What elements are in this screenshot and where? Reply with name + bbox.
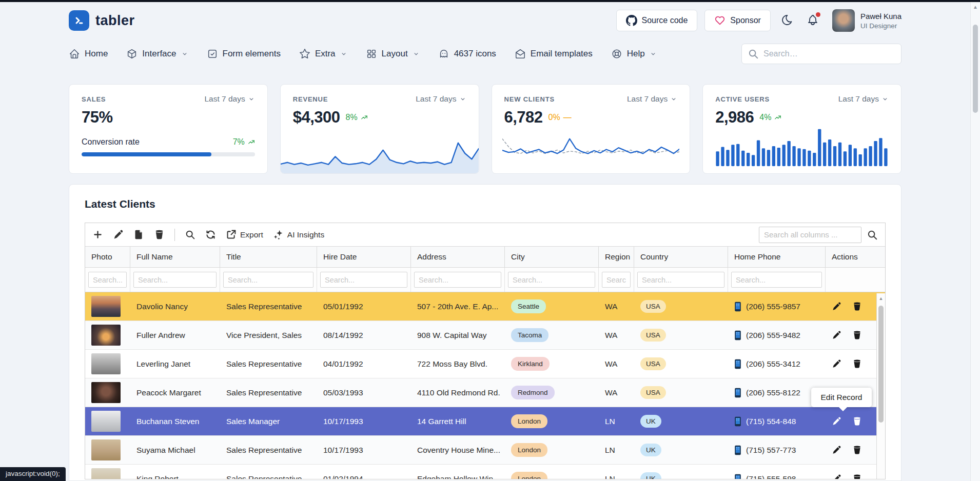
range-selector[interactable]: Last 7 days: [838, 94, 889, 104]
table-row-selected[interactable]: Buchanan Steven Sales Manager 10/17/1993…: [85, 407, 885, 436]
grid-filter-row: [85, 268, 885, 292]
client-photo: [91, 411, 121, 432]
col-header-region[interactable]: Region: [599, 247, 634, 267]
filter-full-name-input[interactable]: [133, 272, 217, 288]
country-badge: USA: [640, 300, 666, 313]
add-record-button[interactable]: [92, 229, 103, 240]
table-row[interactable]: Leverling Janet Sales Representative 04/…: [85, 350, 885, 378]
nav-item-home[interactable]: Home: [69, 48, 108, 59]
table-row[interactable]: Davolio Nancy Sales Representative 05/01…: [85, 292, 885, 321]
page-scrollbar-thumb[interactable]: [973, 25, 978, 113]
row-edit-button[interactable]: [832, 302, 841, 311]
user-menu[interactable]: Paweł Kuna UI Designer: [832, 9, 901, 32]
export-button[interactable]: Export: [226, 229, 263, 240]
grid-scrollbar-thumb[interactable]: [878, 306, 884, 423]
main-nav: Home Interface Form elements Extra Layou…: [69, 39, 901, 69]
row-edit-button[interactable]: [832, 416, 841, 426]
col-header-country[interactable]: Country: [634, 247, 728, 267]
filter-home-phone-input[interactable]: [731, 272, 822, 288]
filter-country-input[interactable]: [637, 272, 724, 288]
nav-item-form-elements[interactable]: Form elements: [207, 48, 281, 59]
user-role: UI Designer: [860, 22, 901, 30]
sponsor-button[interactable]: Sponsor: [704, 10, 771, 31]
country-badge: USA: [640, 357, 666, 370]
col-header-hire-date[interactable]: Hire Date: [317, 247, 411, 267]
range-selector[interactable]: Last 7 days: [416, 94, 466, 104]
row-delete-button[interactable]: [852, 474, 862, 479]
cell-region: WA: [599, 350, 634, 378]
dark-mode-toggle[interactable]: [778, 11, 796, 31]
col-header-title[interactable]: Title: [220, 247, 317, 267]
brand-logo[interactable]: tabler: [69, 10, 135, 31]
country-badge: UK: [640, 444, 661, 456]
edit-record-button[interactable]: [113, 229, 124, 240]
nav-item-extra[interactable]: Extra: [299, 48, 347, 59]
global-search-input[interactable]: [741, 44, 901, 64]
delta-value: 7%: [233, 137, 245, 147]
pencil-icon: [113, 229, 124, 240]
scroll-up-arrow[interactable]: ▲: [877, 296, 885, 301]
row-delete-button[interactable]: [852, 445, 862, 455]
refresh-button[interactable]: [205, 229, 216, 240]
grid-header-row: Photo Full Name Title Hire Date Address …: [85, 246, 885, 268]
filter-title-input[interactable]: [223, 272, 313, 288]
filter-photo-input[interactable]: [88, 272, 127, 288]
stat-card-sales: SALES Last 7 days 75% Conversion rate 7%: [69, 84, 268, 174]
chevron-down-icon: [413, 50, 420, 57]
col-header-city[interactable]: City: [505, 247, 599, 267]
search-icon[interactable]: [867, 229, 878, 240]
table-row[interactable]: Fuller Andrew Vice President, Sales 08/1…: [85, 321, 885, 350]
row-delete-button[interactable]: [852, 416, 862, 426]
row-delete-button[interactable]: [852, 302, 862, 311]
col-header-home-phone[interactable]: Home Phone: [728, 247, 826, 267]
row-delete-button[interactable]: [852, 359, 862, 369]
nav-item-email-templates[interactable]: Email templates: [515, 48, 593, 59]
row-edit-button[interactable]: [832, 445, 841, 455]
phone-icon: [734, 474, 741, 480]
cell-full-name: Fuller Andrew: [130, 321, 220, 349]
filter-city-input[interactable]: [508, 272, 595, 288]
range-selector[interactable]: Last 7 days: [204, 94, 254, 104]
ai-insights-button[interactable]: AI Insights: [273, 229, 324, 240]
table-row[interactable]: Peacock Margaret Sales Representative 05…: [85, 378, 885, 407]
notifications-button[interactable]: [803, 11, 822, 31]
row-edit-button[interactable]: [832, 330, 841, 340]
row-delete-button[interactable]: [852, 330, 862, 340]
client-photo: [91, 353, 121, 374]
nav-item-icons[interactable]: 4637 icons: [438, 48, 496, 59]
filter-region-input[interactable]: [602, 272, 631, 288]
cell-hire-date: 08/14/1992: [317, 321, 411, 349]
filter-address-input[interactable]: [414, 272, 501, 288]
col-header-full-name[interactable]: Full Name: [130, 247, 220, 267]
copy-record-button[interactable]: [133, 229, 144, 240]
nav-item-help[interactable]: Help: [611, 48, 657, 59]
nav-item-layout[interactable]: Layout: [366, 48, 420, 59]
grid-scrollbar[interactable]: ▲: [876, 293, 885, 479]
search-records-button[interactable]: [185, 229, 195, 240]
filter-hire-date-input[interactable]: [320, 272, 407, 288]
source-code-button[interactable]: Source code: [616, 10, 698, 31]
card-value: 75%: [82, 108, 113, 127]
row-edit-button[interactable]: [832, 359, 841, 369]
refresh-icon: [205, 229, 216, 240]
nav-item-interface[interactable]: Interface: [126, 48, 188, 59]
checkbox-icon: [207, 48, 218, 59]
grid-search-input[interactable]: [759, 227, 861, 243]
page-scrollbar[interactable]: ▲: [970, 2, 980, 481]
delete-record-button[interactable]: [154, 229, 165, 240]
heart-icon: [714, 15, 726, 26]
cell-phone: (206) 555-3412: [746, 359, 800, 369]
col-header-address[interactable]: Address: [411, 247, 505, 267]
country-badge: USA: [640, 329, 666, 342]
col-header-photo[interactable]: Photo: [85, 247, 130, 267]
row-edit-button[interactable]: [832, 474, 841, 479]
brand-name: tabler: [95, 13, 135, 29]
github-icon: [626, 15, 637, 26]
scroll-up-arrow[interactable]: ▲: [971, 4, 980, 10]
cell-title: Sales Representative: [220, 350, 317, 378]
cell-phone: (715) 557-773: [746, 446, 796, 455]
trash-icon: [852, 359, 862, 369]
table-row[interactable]: King Robert Sales Representative 01/02/1…: [85, 465, 885, 479]
range-selector[interactable]: Last 7 days: [627, 94, 677, 104]
table-row[interactable]: Suyama Michael Sales Representative 10/1…: [85, 436, 885, 465]
